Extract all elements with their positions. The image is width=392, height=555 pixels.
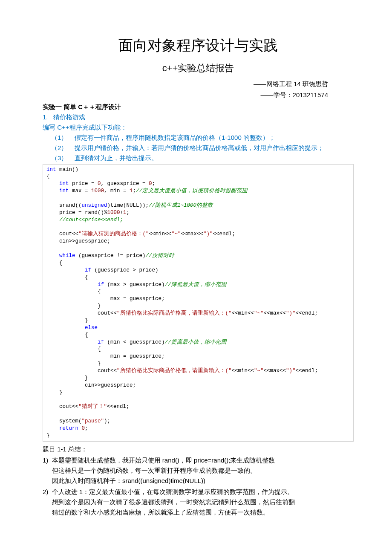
code: if bbox=[46, 339, 104, 345]
code: ; bbox=[152, 181, 156, 187]
code: //定义最大值最小值，以便猜价格时提醒范围 bbox=[136, 188, 248, 194]
req3-text: 直到猜对为止，并给出提示。 bbox=[75, 154, 158, 162]
code: (max > guessprice) bbox=[104, 282, 165, 288]
code: ; bbox=[127, 210, 130, 216]
code: min = guessprice; bbox=[46, 353, 165, 359]
code: { bbox=[46, 332, 88, 338]
code: price = bbox=[69, 181, 98, 187]
code: } bbox=[46, 318, 88, 324]
code: int bbox=[46, 181, 69, 187]
code: <<min<< bbox=[232, 310, 254, 316]
code: //随机生成1~1000的整数 bbox=[149, 202, 213, 208]
s1-l3: 因此加入时间随机种子：srand((unsigned)time(NULL)) bbox=[43, 476, 354, 486]
code: "~" bbox=[171, 231, 181, 237]
section-header: 实验一 简单 C＋＋程序设计 bbox=[43, 102, 354, 112]
code: <<min<< bbox=[232, 368, 254, 374]
code: "~" bbox=[254, 310, 264, 316]
summary-1: 1) 本题需要随机生成整数，我开始只使用 rand()，即 price=rand… bbox=[43, 455, 354, 465]
code: <<endl; bbox=[296, 368, 318, 374]
code: ); bbox=[104, 418, 110, 424]
code: cout<< bbox=[46, 231, 78, 237]
summary-title: 题目 1-1 总结： bbox=[43, 444, 354, 454]
task-number: 1. bbox=[43, 113, 48, 121]
code: unsigned bbox=[82, 202, 107, 208]
code: 1 bbox=[123, 210, 127, 216]
code: max = guessprice; bbox=[46, 296, 165, 302]
code: 0 bbox=[82, 425, 85, 431]
code: } bbox=[46, 390, 63, 396]
code: } bbox=[46, 303, 101, 309]
code: ; bbox=[133, 188, 136, 194]
requirement-3: （3） 直到猜对为止，并给出提示。 bbox=[43, 153, 354, 163]
code: <<max<< bbox=[181, 231, 204, 237]
req1-text: 假定有一件商品，程序用随机数指定该商品的价格（1-1000 的整数）； bbox=[75, 134, 275, 141]
code: while bbox=[46, 253, 75, 259]
code: cin>>guessprice; bbox=[46, 382, 136, 388]
code: price = rand()% bbox=[46, 210, 107, 216]
s1-l2: 但这样只是一个伪随机函数，每一次重新打开程序生成的数都是一致的。 bbox=[43, 465, 354, 476]
code: "所猜价格比实际商品价格高，请重新输入：(" bbox=[117, 310, 232, 316]
code-block: int main() { int price = 0, guessprice =… bbox=[43, 164, 354, 442]
code: ; bbox=[85, 425, 88, 431]
code: <<endl; bbox=[107, 404, 130, 410]
code: cin>>guessprice; bbox=[46, 238, 110, 244]
code: <<endl; bbox=[213, 231, 236, 237]
code: , min = bbox=[104, 188, 130, 194]
summary-2: 2) 个人改进 1：定义最大值最小值，在每次猜测数字时显示应猜的数字范围，作为提… bbox=[43, 487, 354, 497]
code: <<max<< bbox=[264, 368, 286, 374]
code: , guessprice = bbox=[101, 181, 149, 187]
s1-no: 1) bbox=[43, 457, 48, 464]
document-page: 面向对象程序设计与实践 c++实验总结报告 ——网络工程 14 班饶思哲 ——学… bbox=[0, 0, 392, 543]
code: "请输入猜测的商品价格：(" bbox=[78, 231, 149, 237]
code: { bbox=[46, 275, 88, 280]
code: } bbox=[46, 375, 88, 381]
code: <<min<< bbox=[149, 231, 172, 237]
s2-l2: 想到这个是因为有一次猜了很多遍都没猜到，一时突然忘记猜到什么范围，然后往前翻 bbox=[43, 497, 354, 507]
task-number-title: 1. 猜价格游戏 bbox=[43, 112, 354, 122]
requirement-2: （2） 提示用户猜价格，并输入：若用户猜的价格比商品价格高或低，对用户作出相应的… bbox=[43, 143, 354, 153]
req2-no: （2） bbox=[51, 144, 67, 151]
code: 1000 bbox=[107, 210, 120, 216]
code: else bbox=[46, 325, 98, 331]
code: cout<< bbox=[46, 404, 78, 410]
code: 0 bbox=[149, 181, 152, 187]
code bbox=[78, 425, 82, 431]
s2-l3: 猜过的数字和大小感觉相当麻烦，所以就添上了应猜范围，方便再一次猜数。 bbox=[43, 507, 354, 517]
student-id-line: ——学号：2013211574 bbox=[43, 90, 354, 100]
s1-l1: 本题需要随机生成整数，我开始只使用 rand()，即 price=rand();… bbox=[52, 457, 275, 464]
s2-no: 2) bbox=[43, 488, 48, 495]
code: int bbox=[46, 188, 69, 194]
code: { bbox=[46, 289, 101, 295]
req2-text: 提示用户猜价格，并输入：若用户猜的价格比商品价格高或低，对用户作出相应的提示； bbox=[75, 144, 324, 151]
task-intro: 编写 C++程序完成以下功能： bbox=[43, 122, 354, 133]
code: <<endl; bbox=[296, 310, 318, 316]
code: if bbox=[46, 282, 104, 288]
code: main() bbox=[56, 167, 79, 173]
author-line: ——网络工程 14 班饶思哲 bbox=[43, 79, 354, 89]
code: "猜对了！" bbox=[78, 404, 107, 410]
code: ")" bbox=[203, 231, 213, 237]
code: //提高最小值，缩小范围 bbox=[165, 339, 227, 345]
code: //降低最大值，缩小范围 bbox=[165, 282, 227, 288]
s2-l1: 个人改进 1：定义最大值最小值，在每次猜测数字时显示应猜的数字范围，作为提示。 bbox=[52, 488, 294, 495]
code: cout<< bbox=[46, 310, 117, 316]
code: int bbox=[46, 167, 56, 173]
doc-subtitle: c++实验总结报告 bbox=[43, 61, 354, 75]
code: { bbox=[46, 260, 63, 266]
code: (min < guessprice) bbox=[104, 339, 165, 345]
code: <<max<< bbox=[264, 310, 286, 316]
code: { bbox=[46, 173, 50, 179]
code: "pause" bbox=[82, 418, 104, 424]
code: (guessprice > price) bbox=[91, 267, 159, 273]
code: { bbox=[46, 346, 101, 352]
code: system( bbox=[46, 418, 82, 424]
code: } bbox=[46, 433, 50, 439]
req1-no: （1） bbox=[51, 134, 67, 141]
code: if bbox=[46, 267, 91, 273]
code: ")" bbox=[286, 368, 296, 374]
code: cout<< bbox=[46, 368, 117, 374]
code: "所猜价格比实际商品价格低，请重新输入：(" bbox=[117, 368, 232, 374]
doc-title: 面向对象程序设计与实践 bbox=[43, 34, 354, 57]
code: (guessprice != price) bbox=[75, 253, 146, 259]
code: 1000 bbox=[91, 188, 104, 194]
